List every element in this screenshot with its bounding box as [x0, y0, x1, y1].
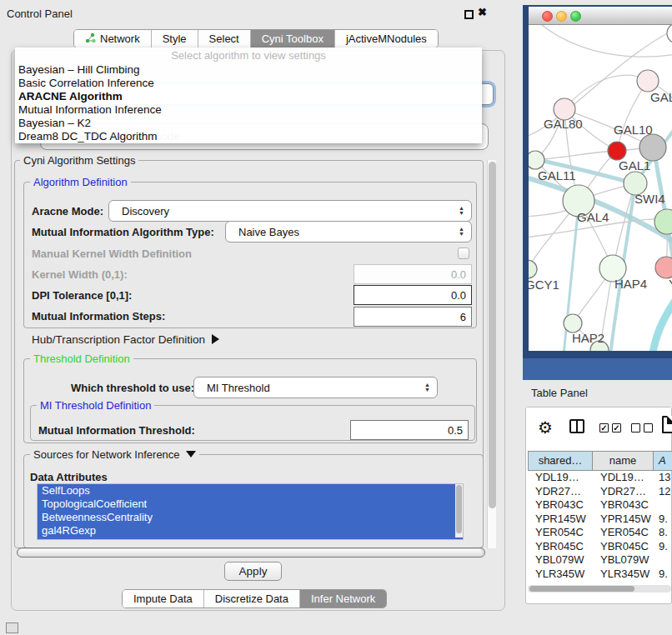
- attribute-item-betweennesscentrality[interactable]: BetweennessCentrality: [38, 511, 463, 524]
- close-panel-icon[interactable]: ✖: [478, 6, 487, 18]
- network-node-gal[interactable]: [637, 70, 659, 92]
- network-canvas[interactable]: GALGAL80GAL10GAL11GAL1GAL4SWI4GCY1HAP4YH…: [529, 25, 672, 351]
- tab-infer-network[interactable]: Infer Network: [300, 590, 386, 608]
- select-all-icon[interactable]: ✓✓: [599, 423, 621, 432]
- node-label-gcy1: GCY1: [529, 278, 559, 292]
- table-row[interactable]: YBR043CYBR043C: [528, 498, 672, 512]
- kernel-width-field[interactable]: [354, 264, 472, 284]
- window-close-icon[interactable]: [542, 11, 553, 22]
- panel-dock-icon[interactable]: [6, 622, 18, 633]
- algorithm-option-dream8-dc-tdc-algorithm[interactable]: Dream8 DC_TDC Algorithm: [18, 130, 479, 143]
- column-view-icon[interactable]: [569, 419, 584, 433]
- table-cell: YBL079W: [528, 553, 593, 568]
- tab-select[interactable]: Select: [198, 30, 251, 48]
- attribute-list-scrollbar-thumb[interactable]: [456, 485, 462, 533]
- collapse-down-icon: [186, 451, 196, 458]
- window-zoom-icon[interactable]: [570, 11, 581, 22]
- network-node-y[interactable]: [655, 257, 672, 278]
- table-cell: 9.: [654, 540, 672, 554]
- sources-legend[interactable]: Sources for Network Inference: [30, 448, 199, 461]
- network-node-gal11[interactable]: [529, 151, 544, 169]
- window-minimize-icon[interactable]: [556, 11, 567, 22]
- float-panel-icon[interactable]: [464, 10, 474, 19]
- network-node[interactable]: [608, 142, 626, 160]
- table-panel: ⚙ ✓✓ shared…nameA YDL19…YDL19…13YDR27…YD…: [525, 407, 672, 604]
- table-cell: YBR043C: [528, 498, 593, 512]
- settings-scrollbar-thumb[interactable]: [489, 162, 496, 508]
- tab-cyni-toolbox[interactable]: Cyni Toolbox: [251, 30, 335, 48]
- algorithm-option-bayesian-k2[interactable]: Bayesian – K2: [18, 117, 479, 130]
- column-header-name[interactable]: name: [593, 451, 654, 471]
- table-row[interactable]: YBL079WYBL079W: [528, 553, 672, 568]
- mi-threshold-legend: MI Threshold Definition: [37, 399, 154, 412]
- table-row[interactable]: YLR345WYLR345W9.: [528, 568, 672, 582]
- which-threshold-combo[interactable]: MI Threshold ▲▼: [193, 377, 438, 398]
- tab-label: Style: [163, 32, 187, 45]
- mi-threshold-label: Mutual Information Threshold:: [38, 424, 195, 437]
- tab-label: Network: [100, 32, 140, 45]
- algorithm-definition-legend: Algorithm Definition: [30, 176, 131, 188]
- attribute-item-gal4rgexp[interactable]: gal4RGexp: [38, 524, 463, 538]
- node-label-gal1: GAL1: [619, 158, 650, 172]
- settings-scrollbar[interactable]: [487, 160, 496, 548]
- table-row[interactable]: YPR145WYPR145W9.: [528, 512, 672, 527]
- cyni-bottom-tab-bar: Impute DataDiscretize DataInfer Network: [122, 589, 387, 608]
- mi-threshold-field[interactable]: [350, 420, 469, 440]
- node-label-gal: GAL: [650, 90, 672, 104]
- table-row[interactable]: YDR27…YDR27…12: [528, 485, 672, 499]
- dpi-tolerance-field[interactable]: [354, 285, 472, 305]
- algorithm-dropdown-list: Bayesian – Hill ClimbingBasic Correlatio…: [18, 63, 479, 143]
- mi-steps-field[interactable]: [354, 307, 472, 327]
- attribute-item-selfloops[interactable]: SelfLoops: [38, 484, 463, 498]
- network-window-titlebar[interactable]: [529, 7, 672, 25]
- table-row[interactable]: YDL19…YDL19…13: [528, 471, 672, 485]
- tab-style[interactable]: Style: [152, 30, 198, 48]
- tab-network[interactable]: Network: [74, 30, 152, 48]
- document-icon[interactable]: [662, 416, 672, 433]
- algorithm-dropdown: Select algorithm to view settings Bayesi…: [15, 48, 482, 143]
- table-cell: YBR045C: [528, 540, 593, 554]
- control-panel-title: Control Panel: [7, 8, 73, 20]
- column-header-shared[interactable]: shared…: [528, 451, 593, 471]
- apply-button[interactable]: Apply: [224, 562, 282, 581]
- network-view-window: GALGAL80GAL10GAL11GAL1GAL4SWI4GCY1HAP4YH…: [523, 5, 672, 358]
- network-graph: GALGAL80GAL10GAL11GAL1GAL4SWI4GCY1HAP4YH…: [529, 25, 672, 351]
- settings-hscrollbar[interactable]: [17, 548, 485, 558]
- table-row[interactable]: YER054CYER054C8.: [528, 526, 672, 540]
- algorithm-option-aracne-algorithm[interactable]: ARACNE Algorithm: [18, 90, 479, 103]
- settings-hscrollbar-thumb[interactable]: [18, 549, 482, 556]
- hub-definition-expander[interactable]: Hub/Transcription Factor Definition: [32, 333, 219, 346]
- table-row[interactable]: YLL052CYLL052C0.: [528, 581, 672, 582]
- attribute-list-scrollbar[interactable]: [455, 484, 463, 538]
- tab-discretize-data[interactable]: Discretize Data: [204, 590, 300, 608]
- table-cell: [654, 498, 672, 512]
- algorithm-option-bayesian-hill-climbing[interactable]: Bayesian – Hill Climbing: [18, 63, 479, 77]
- dpi-tolerance-label: DPI Tolerance [0,1]:: [32, 289, 132, 302]
- table-cell: 8.: [654, 526, 672, 540]
- attribute-item-topologicalcoefficient[interactable]: TopologicalCoefficient: [38, 498, 463, 511]
- mi-type-combo[interactable]: Naive Bayes ▲▼: [225, 221, 472, 242]
- network-node-gal10[interactable]: [639, 134, 666, 161]
- manual-kernel-checkbox[interactable]: [458, 248, 469, 259]
- data-attributes-label: Data Attributes: [30, 471, 108, 483]
- deselect-all-icon[interactable]: [631, 423, 653, 432]
- algorithm-option-mutual-information-inference[interactable]: Mutual Information Inference: [18, 103, 479, 117]
- tab-impute-data[interactable]: Impute Data: [123, 590, 204, 608]
- table-body: YDL19…YDL19…13YDR27…YDR27…12YBR043CYBR04…: [528, 471, 672, 582]
- sources-legend-label: Sources for Network Inference: [33, 448, 180, 461]
- network-node-hap2[interactable]: [564, 314, 582, 332]
- network-node[interactable]: [667, 25, 672, 43]
- mi-type-label: Mutual Information Algorithm Type:: [32, 226, 214, 238]
- table-hscrollbar[interactable]: [528, 585, 671, 592]
- column-header-a[interactable]: A: [654, 451, 672, 471]
- aracne-mode-combo[interactable]: Discovery ▲▼: [108, 200, 472, 222]
- table-hscrollbar-thumb[interactable]: [529, 586, 634, 592]
- table-row[interactable]: YBR045CYBR045C9.: [528, 540, 672, 554]
- network-node-gcy1[interactable]: [529, 260, 537, 278]
- algorithm-option-basic-correlation-inference[interactable]: Basic Correlation Inference: [18, 77, 479, 90]
- table-cell: [654, 553, 672, 568]
- table-cell: 12: [654, 485, 672, 499]
- tab-jactivemnodules[interactable]: jActiveMNodules: [335, 30, 438, 48]
- gear-icon[interactable]: ⚙: [538, 418, 553, 438]
- attribute-item-partial[interactable]: [38, 538, 463, 540]
